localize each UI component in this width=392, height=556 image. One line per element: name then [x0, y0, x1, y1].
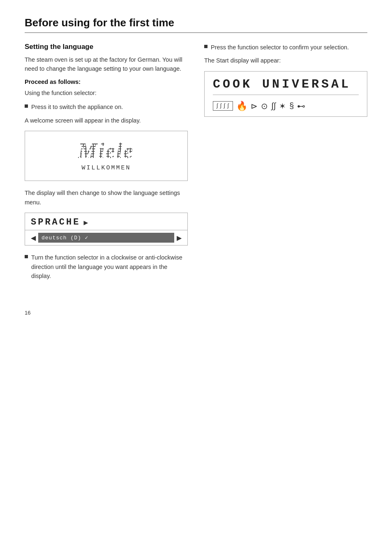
- page-title: Before using for the first time: [25, 16, 367, 33]
- icon-flame: 🔥: [236, 101, 247, 111]
- willkommen-text: WILLKOMMEN: [81, 164, 131, 171]
- sprache-right-arrow-icon: ▶: [174, 233, 184, 243]
- after-bullet1-text: A welcome screen will appear in the disp…: [25, 116, 188, 125]
- display-change-text: The display will then change to show the…: [25, 188, 188, 207]
- sprache-row: ◀ deutsch (D) ✓ ▶: [25, 230, 187, 245]
- sprache-display: SPRACHE ▶ ◀ deutsch (D) ✓ ▶: [25, 213, 188, 246]
- right-bullet-item-1: Press the function selector to confirm y…: [204, 43, 367, 52]
- bullet-text-2: Turn the function selector in a clockwis…: [31, 253, 188, 280]
- cook-icons-row: ∫∫∫∫ 🔥 ⊳ ⊙ ∫∫ ✶ § ⊷: [213, 99, 359, 111]
- icon-wavy-lines: ∫∫: [271, 101, 276, 111]
- icon-circle-dot: ⊙: [261, 101, 268, 111]
- bullet-item-1: Press it to switch the appliance on.: [25, 102, 188, 111]
- icon-grid: ⊷: [297, 101, 305, 111]
- page-number: 16: [25, 310, 367, 316]
- icon-steam-high: ∫∫∫∫: [213, 101, 233, 111]
- cook-universal-text: COOK UNIVERSAL: [213, 77, 359, 95]
- sprache-value: deutsch (D) ✓: [38, 233, 174, 243]
- start-display-text: The Start display will appear:: [204, 56, 367, 65]
- sub-heading-proceed: Proceed as follows:: [25, 79, 188, 85]
- sprache-left-arrow-icon: ◀: [28, 233, 38, 243]
- bullet-item-2: Turn the function selector in a clockwis…: [25, 253, 188, 280]
- right-column: Press the function selector to confirm y…: [204, 43, 367, 285]
- icon-snowflake: ✶: [279, 101, 286, 111]
- miele-logo: Miele: [78, 139, 134, 163]
- miele-welcome-display: Miele WILLKOMMEN: [25, 131, 188, 181]
- right-bullet-square-1: [204, 45, 208, 48]
- right-bullet-text-1: Press the function selector to confirm y…: [211, 43, 349, 52]
- left-column: Setting the language The steam oven is s…: [25, 43, 188, 285]
- bullet-square-1: [25, 104, 28, 108]
- icon-s-mark: §: [289, 101, 294, 111]
- section-heading: Setting the language: [25, 43, 188, 51]
- intro-text: The steam oven is set up at the factory …: [25, 55, 188, 74]
- cook-universal-display: COOK UNIVERSAL ∫∫∫∫ 🔥 ⊳ ⊙ ∫∫ ✶ § ⊷: [204, 71, 367, 117]
- bullet-square-2: [25, 255, 28, 258]
- icon-arrow-right: ⊳: [251, 101, 258, 111]
- sprache-title: SPRACHE: [31, 217, 80, 227]
- miele-logo-area: Miele WILLKOMMEN: [32, 139, 181, 171]
- sprache-header: SPRACHE ▶: [25, 213, 187, 230]
- bullet-text-1: Press it to switch the appliance on.: [31, 102, 123, 111]
- using-selector-text: Using the function selector:: [25, 88, 188, 97]
- sprache-header-arrow: ▶: [83, 218, 90, 227]
